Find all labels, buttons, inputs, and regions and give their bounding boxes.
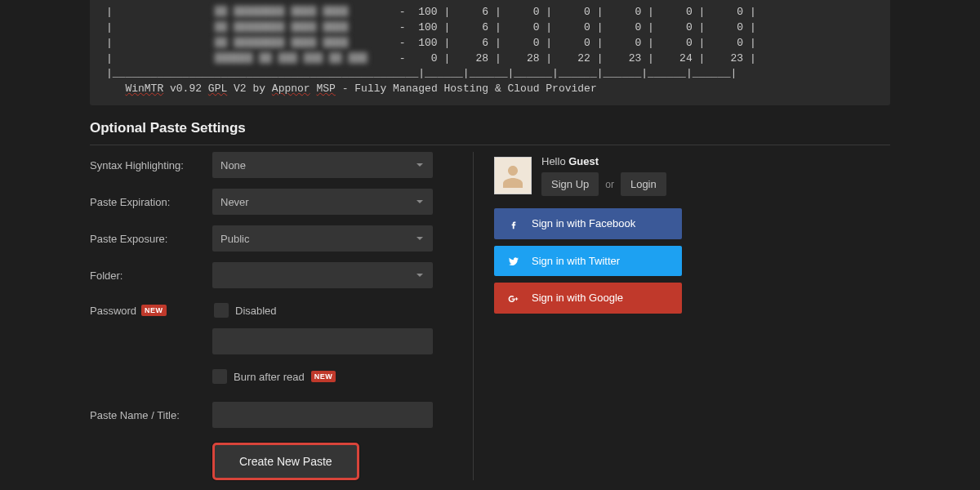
greeting: Hello Guest bbox=[541, 155, 666, 167]
select-syntax[interactable]: None bbox=[212, 152, 433, 178]
checkbox-burn[interactable] bbox=[212, 369, 227, 384]
new-badge: NEW bbox=[141, 305, 167, 316]
label-title: Paste Name / Title: bbox=[90, 409, 212, 421]
google-plus-icon bbox=[507, 292, 520, 305]
input-title[interactable] bbox=[212, 402, 433, 428]
checkbox-password[interactable] bbox=[214, 303, 229, 318]
text-gpl: GPL bbox=[208, 82, 227, 95]
select-exposure[interactable]: Public bbox=[212, 225, 433, 252]
signin-facebook-button[interactable]: Sign in with Facebook bbox=[494, 208, 682, 239]
signin-twitter-button[interactable]: Sign in with Twitter bbox=[494, 246, 682, 277]
twitter-icon bbox=[507, 255, 520, 268]
facebook-icon bbox=[507, 217, 520, 230]
new-badge: NEW bbox=[311, 371, 336, 382]
select-expiration[interactable]: Never bbox=[212, 189, 433, 215]
create-paste-button[interactable]: Create New Paste bbox=[212, 443, 359, 480]
label-expiration: Paste Expiration: bbox=[90, 196, 212, 208]
label-folder: Folder: bbox=[90, 270, 212, 282]
or-text: or bbox=[605, 179, 614, 190]
label-exposure: Paste Exposure: bbox=[90, 233, 212, 245]
label-disabled: Disabled bbox=[235, 305, 277, 317]
text-msp: MSP bbox=[316, 82, 335, 95]
text-winmtr: WinMTR bbox=[125, 82, 163, 95]
section-title: Optional Paste Settings bbox=[90, 120, 890, 145]
label-password: Password NEW bbox=[90, 305, 212, 317]
label-burn: Burn after read bbox=[234, 371, 305, 383]
select-folder[interactable] bbox=[212, 262, 433, 288]
paste-textarea[interactable]: | ██ ████████ ████ ████ - 100 | 6 | 0 | … bbox=[90, 0, 890, 105]
signin-google-button[interactable]: Sign in with Google bbox=[494, 283, 682, 314]
avatar bbox=[494, 157, 532, 194]
text-appnor: Appnor bbox=[272, 82, 310, 95]
signup-button[interactable]: Sign Up bbox=[541, 172, 599, 196]
label-syntax: Syntax Highlighting: bbox=[90, 159, 212, 172]
login-button[interactable]: Login bbox=[621, 172, 666, 196]
input-password[interactable] bbox=[212, 328, 433, 354]
